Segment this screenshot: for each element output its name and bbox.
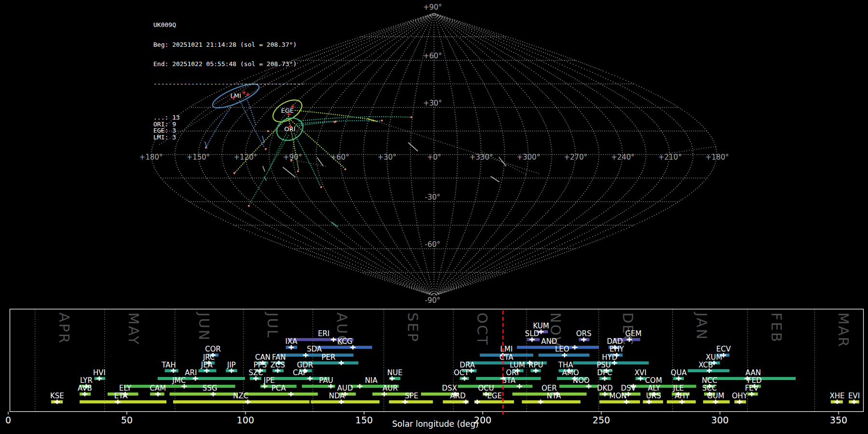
shower-bar-COM [630, 385, 696, 388]
shower-bars: KUMERISLDORSGEMIXAKCGANDDADCORSDALMILEOE… [50, 322, 860, 404]
count-line-1: ORI: 9 [153, 121, 304, 128]
shower-bar-NTA [522, 400, 581, 403]
shower-label-NUE: NUE [387, 368, 403, 377]
track-end-dot-12 [410, 116, 412, 118]
tick-label-150: 150 [355, 415, 373, 425]
meteor-counts: ...: 13ORI: 9EGE: 3LMI: 3 [153, 114, 304, 140]
shower-label-ARD: ARD [450, 392, 465, 400]
lat-label-90: +90° [423, 3, 442, 12]
month-label-MAR: MAR [835, 312, 852, 348]
track-end-dot-10 [297, 170, 299, 172]
track-end-dot-8 [233, 172, 235, 174]
lon-label-8: +300° [516, 153, 540, 162]
shower-label-GEM: GEM [625, 329, 641, 338]
track-end-dot-13 [381, 120, 383, 122]
shower-label-MON: MON [609, 392, 626, 400]
lone-end-dot-2 [334, 121, 336, 123]
shower-label-QUA: QUA [671, 368, 687, 377]
shower-label-OCT: OCT [454, 368, 469, 377]
shower-label-STA: STA [502, 376, 516, 385]
lon-label-5: +30° [378, 153, 396, 162]
meteor-segment-4 [491, 176, 499, 182]
shower-label-PCA: PCA [271, 384, 286, 393]
tick-label-0: 0 [5, 415, 11, 425]
shower-label-SLD: SLD [525, 329, 539, 338]
lon-label-9: +270° [564, 153, 587, 162]
shower-bar-PCA [245, 393, 318, 395]
month-label-APR: APR [56, 312, 72, 344]
end-time: End: 20251022 05:55:48 (sol = 208.73°) [153, 61, 304, 68]
tick-label-50: 50 [121, 415, 133, 425]
shower-label-SSG: SSG [203, 384, 217, 393]
shower-label-OHY: OHY [732, 392, 748, 400]
shower-label-EVI: EVI [848, 392, 860, 400]
month-label-FEB: FEB [768, 312, 785, 343]
x-axis-label: Solar longitude (deg) [392, 419, 479, 429]
month-label-MAY: MAY [125, 312, 142, 346]
tick-label-350: 350 [830, 415, 847, 425]
track-end-dot-15 [320, 186, 322, 188]
meteor-segment-10 [332, 222, 338, 227]
shower-label-AVB: AVB [78, 384, 92, 393]
tick-label-200: 200 [474, 415, 491, 425]
shower-label-CAM: CAM [150, 384, 166, 393]
lon-label-12: +180° [705, 153, 729, 162]
shower-label-ZCS: ZCS [271, 361, 285, 369]
shower-label-RPU: RPU [529, 361, 543, 369]
app-window: +90°+60°+30°-30°-60°-90°+180°+150°+120°+… [0, 0, 868, 434]
shower-label-ERI: ERI [318, 329, 329, 338]
shower-label-JMC: JMC [172, 376, 186, 385]
lon-label-10: +240° [611, 153, 635, 162]
tick-label-100: 100 [237, 415, 254, 425]
shower-label-PER: PER [322, 353, 336, 362]
meteor-segment-5 [263, 166, 265, 171]
lat-label--30: -30° [425, 193, 440, 202]
shower-label-SZC: SZC [249, 368, 263, 377]
shower-bar-KCG [316, 346, 372, 349]
count-line-0: ...: 13 [153, 114, 304, 121]
meteor-track-7 [670, 146, 718, 153]
shower-bar-SDA [278, 353, 353, 356]
lon-label-2: +120° [234, 153, 258, 162]
shower-bar-ARI [158, 377, 245, 380]
shower-label-ORS: ORS [576, 329, 592, 338]
shower-label-URS: URS [646, 392, 661, 400]
shower-bar-EGE [475, 400, 514, 403]
shower-bar-JMC [124, 385, 235, 388]
shower-label-SPE: SPE [405, 392, 418, 400]
shower-label-GUM: GUM [707, 392, 724, 400]
lon-label-1: +150° [187, 153, 210, 162]
separator-line: ---------------------------------------- [153, 81, 304, 87]
shower-bar-NZC [173, 400, 310, 403]
lat-label--90: -90° [425, 296, 440, 305]
shower-label-AUR: AUR [382, 384, 398, 393]
shower-bar-NDA [311, 400, 380, 403]
begin-time: Beg: 20251021 21:14:28 (sol = 208.37°) [153, 41, 304, 48]
shower-bar-SPE [389, 400, 433, 403]
lon-label-0: +180° [139, 153, 163, 162]
month-label-JUN: JUN [196, 312, 212, 341]
month-label-JUL: JUL [264, 312, 281, 339]
shower-bar-URS [643, 400, 663, 403]
shower-label-ARI: ARI [185, 368, 197, 377]
shower-label-NDA: NDA [329, 392, 345, 400]
shower-label-JEA: JEA [201, 361, 213, 369]
month-label-JAN: JAN [693, 312, 710, 341]
shower-label-IXA: IXA [285, 337, 298, 346]
lat-label-60: +60° [423, 52, 442, 60]
lon-label-6: +0° [427, 153, 441, 162]
shower-label-NIA: NIA [365, 376, 378, 385]
shower-label-TAH: TAH [161, 361, 176, 369]
shower-label-CAP: CAP [293, 368, 307, 377]
lone-end-dot-1 [290, 160, 292, 162]
tick-label-250: 250 [593, 415, 610, 425]
tick-label-300: 300 [711, 415, 729, 425]
lat-label--60: -60° [425, 240, 440, 249]
meteor-segment-9 [264, 177, 266, 180]
shower-label-KSE: KSE [50, 392, 64, 400]
shower-label-XHE: XHE [830, 392, 845, 400]
observation-title-block: UK009Q Beg: 20251021 21:14:28 (sol = 208… [153, 9, 304, 153]
shower-label-JIP: JIP [227, 361, 236, 369]
shower-label-AHY: AHY [675, 392, 690, 400]
shower-bar-MON [599, 400, 640, 403]
